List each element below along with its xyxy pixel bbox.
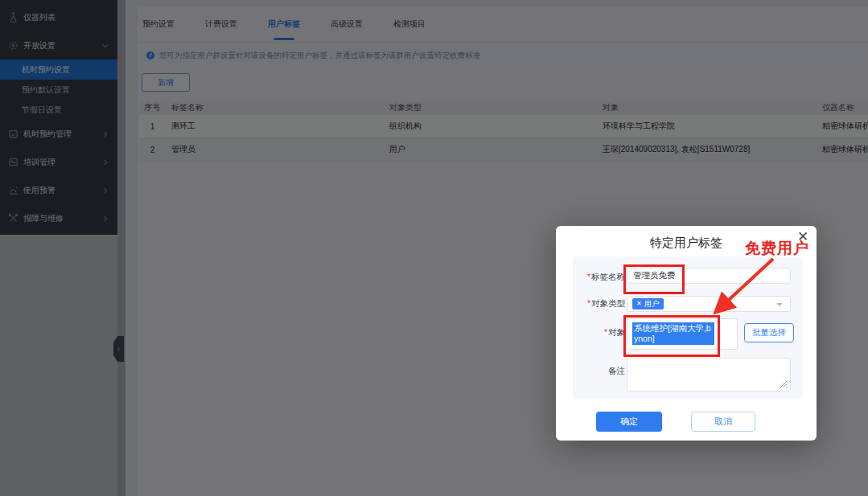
batch-select-button[interactable]: 批量选择 (744, 323, 794, 342)
label-object-type: *对象类型 (573, 298, 625, 309)
object-type-tag: ✕ 用户 (632, 298, 664, 309)
object-type-select[interactable]: ✕ 用户 (627, 296, 791, 312)
resize-grip-icon[interactable] (778, 379, 788, 388)
tag-close-icon[interactable]: ✕ (636, 301, 642, 307)
required-asterisk: * (587, 272, 590, 281)
specific-user-tag-dialog: 特定用户标签 ✕ *标签名称 管理员免费 *对象类型 ✕ 用户 *对象 系统维护… (556, 226, 817, 441)
label-object: *对象 (573, 327, 625, 338)
label-tag-name: *标签名称 (573, 272, 625, 283)
select-chevron-down-icon (776, 303, 783, 306)
required-asterisk: * (604, 327, 607, 337)
required-asterisk: * (587, 298, 590, 308)
annotation-highlight-box-tag-name (623, 264, 685, 294)
annotation-text: 免费用户 (745, 238, 809, 259)
tag-label: 用户 (644, 299, 660, 309)
label-remark: 备注 (573, 366, 625, 377)
remark-textarea[interactable] (627, 358, 791, 391)
cancel-button[interactable]: 取消 (691, 412, 755, 432)
annotation-highlight-box-object (623, 315, 720, 357)
confirm-button[interactable]: 确定 (596, 412, 662, 432)
